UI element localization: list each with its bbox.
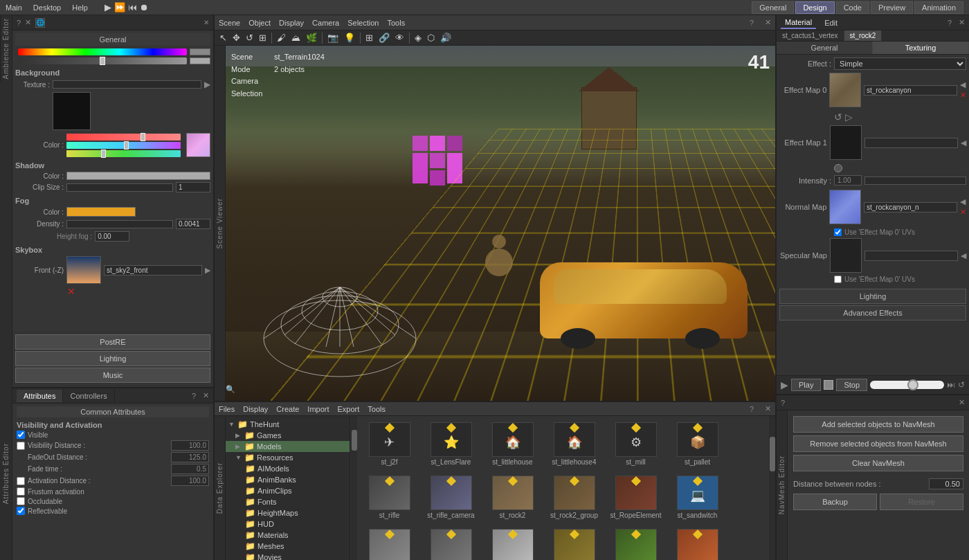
menu-desktop[interactable]: Desktop xyxy=(33,3,61,12)
scene-menu-tools[interactable]: Tools xyxy=(387,19,405,27)
scene-menu-selection[interactable]: Selection xyxy=(347,19,379,27)
data-menu-files[interactable]: Files xyxy=(219,405,235,413)
file-grid[interactable]: ✈ st_j2f ⭐ st_LensFlare xyxy=(357,416,768,560)
play-slider[interactable] xyxy=(870,381,944,389)
paint-tool[interactable]: 🖌 xyxy=(275,33,288,43)
tree-scrollbar-thumb[interactable] xyxy=(352,430,357,451)
specular-map-uvs-checkbox[interactable] xyxy=(834,276,842,283)
scene-menu-display[interactable]: Display xyxy=(279,19,304,27)
fog-color-swatch[interactable] xyxy=(66,207,136,217)
tree-item-fonts[interactable]: 📁 Fonts xyxy=(226,496,350,507)
tab-controllers[interactable]: Controllers xyxy=(63,390,114,402)
effect-map-1-arrow[interactable]: ◀ xyxy=(961,138,966,147)
file-item-st_rifle_camera[interactable]: st_rifle_camera xyxy=(422,472,480,523)
physics-toggle[interactable]: ⬡ xyxy=(425,33,437,43)
add-navmesh-btn[interactable]: Add selected objects to NavMesh xyxy=(793,416,963,433)
rotate-tool[interactable]: ↺ xyxy=(244,33,255,43)
tab-animation[interactable]: Animation xyxy=(914,1,963,14)
normal-map-delete[interactable]: ✕ xyxy=(960,208,966,217)
play-slider-thumb[interactable] xyxy=(907,379,918,390)
height-fog-val[interactable]: 0.00 xyxy=(95,231,129,242)
file-item-st_shovel[interactable]: st_shovel xyxy=(360,525,419,560)
panel-close-btn[interactable]: ✕ xyxy=(203,19,209,26)
file-item-st_j2f[interactable]: ✈ st_j2f xyxy=(360,419,419,469)
specular-map-arrow[interactable]: ◀ xyxy=(961,251,966,260)
file-tree[interactable]: ▼ 📁 TheHunt ▶ 📁 Games ▶ 📁 Models xyxy=(226,416,350,560)
normal-map-arrow[interactable]: ◀ xyxy=(960,197,966,206)
scene-menu-camera[interactable]: Camera xyxy=(312,19,339,27)
frustum-checkbox[interactable] xyxy=(17,487,25,496)
loop-icon-mat[interactable]: ↺ xyxy=(958,380,965,390)
file-item-st_sunset[interactable]: st_sunset xyxy=(668,525,727,560)
file-item-st_rock2[interactable]: st_rock2 xyxy=(483,472,542,523)
vertex-tab-rock2[interactable]: st_rock2 xyxy=(844,30,882,41)
lighting-button[interactable]: Lighting xyxy=(15,351,210,366)
scene-viewport[interactable]: Scene Mode Camera Selection st_Terrain10… xyxy=(226,46,775,401)
clear-navmesh-btn[interactable]: Clear NavMesh xyxy=(793,455,963,471)
grass-tool[interactable]: 🌿 xyxy=(304,33,319,43)
tree-item-movies[interactable]: 📁 Movies xyxy=(226,552,350,560)
snap-toggle[interactable]: 🔗 xyxy=(377,33,392,43)
record-icon[interactable]: ⏺ xyxy=(140,2,149,12)
postre-button[interactable]: PostRE xyxy=(15,334,210,350)
attrib-close[interactable]: ✕ xyxy=(203,391,209,400)
grid-scrollbar[interactable] xyxy=(768,416,775,560)
fadeout-dist-input[interactable] xyxy=(171,452,209,462)
effect-map-0-arrow[interactable]: ◀ xyxy=(960,80,966,89)
menu-help[interactable]: Help xyxy=(72,3,88,12)
shadow-color-bar[interactable] xyxy=(66,172,210,180)
tree-item-games[interactable]: ▶ 📁 Games xyxy=(226,430,350,441)
file-item-st_lensflare[interactable]: ⭐ st_LensFlare xyxy=(422,419,480,469)
tree-item-aimodels[interactable]: 📁 AIModels xyxy=(226,463,350,474)
data-menu-export[interactable]: Export xyxy=(338,405,360,413)
tab-design[interactable]: Design xyxy=(795,1,834,14)
data-menu-create[interactable]: Create xyxy=(276,405,299,413)
effect-select[interactable]: Simple xyxy=(834,57,966,70)
advanced-effects-btn[interactable]: Advanced Effects xyxy=(779,305,966,320)
view-toggle[interactable]: 👁 xyxy=(393,33,406,43)
mat-section-texturing[interactable]: Texturing xyxy=(873,42,969,54)
intensity-input[interactable] xyxy=(834,175,862,186)
light-tool[interactable]: 💡 xyxy=(342,33,357,43)
file-item-st_smoke_white[interactable]: st_smoke_white xyxy=(483,525,542,560)
play-icon-mat[interactable]: ▶ xyxy=(781,379,788,390)
specular-map-name[interactable] xyxy=(864,251,958,261)
file-item-st_rock2_group[interactable]: st_rock2_group xyxy=(545,472,604,523)
lighting-section-btn[interactable]: Lighting xyxy=(779,289,966,304)
file-item-st_mill[interactable]: ⚙ st_mill xyxy=(606,419,665,469)
tree-scrollbar[interactable] xyxy=(350,416,357,560)
file-item-st_littlehouse[interactable]: 🏠 st_littlehouse xyxy=(483,419,542,469)
effect-map-1-name[interactable] xyxy=(864,138,958,148)
file-item-st_rifle[interactable]: st_rifle xyxy=(360,472,419,523)
scene-close[interactable]: ✕ xyxy=(765,18,771,27)
play-icon-top[interactable]: ▶ xyxy=(105,2,111,12)
color-bar-1[interactable] xyxy=(18,48,187,55)
skip-icon-mat[interactable]: ⏭ xyxy=(947,380,955,390)
data-menu-display[interactable]: Display xyxy=(243,405,268,413)
intensity-bar[interactable] xyxy=(864,177,966,185)
select-tool[interactable]: ↖ xyxy=(217,33,229,43)
skip-icon-top[interactable]: ⏩ xyxy=(114,2,125,12)
tree-item-thehunt[interactable]: ▼ 📁 TheHunt xyxy=(226,419,350,430)
activation-dist-input[interactable] xyxy=(171,476,209,486)
file-item-st_sun[interactable]: st_sun xyxy=(545,525,604,560)
remove-navmesh-btn[interactable]: Remove selected objects from NavMesh xyxy=(793,435,963,452)
tree-item-animbanks[interactable]: 📁 AnimBanks xyxy=(226,474,350,485)
slider-thumb-1[interactable] xyxy=(100,57,105,65)
shadow-clipsize-val[interactable]: 1 xyxy=(176,182,210,192)
tree-item-hud[interactable]: 📁 HUD xyxy=(226,518,350,530)
effect-map-0-open[interactable]: ▷ xyxy=(845,111,853,123)
reflectivable-checkbox[interactable] xyxy=(17,507,25,515)
data-menu-tools[interactable]: Tools xyxy=(368,405,386,413)
vertex-tab-cactus[interactable]: st_cactus1_vertex xyxy=(777,30,844,41)
activation-dist-checkbox[interactable] xyxy=(17,477,25,485)
mat-tab-material[interactable]: Material xyxy=(781,17,816,29)
scale-tool[interactable]: ⊞ xyxy=(257,33,269,43)
tree-item-animclips[interactable]: 📁 AnimClips xyxy=(226,485,350,496)
effect-map-0-delete[interactable]: ✕ xyxy=(960,91,966,100)
scene-menu-scene[interactable]: Scene xyxy=(219,19,240,27)
fade-time-input[interactable] xyxy=(171,464,209,474)
grid-scrollbar-thumb[interactable] xyxy=(770,437,775,471)
occludable-checkbox[interactable] xyxy=(17,497,25,505)
tree-item-resources[interactable]: ▼ 📁 Resources xyxy=(226,452,350,463)
